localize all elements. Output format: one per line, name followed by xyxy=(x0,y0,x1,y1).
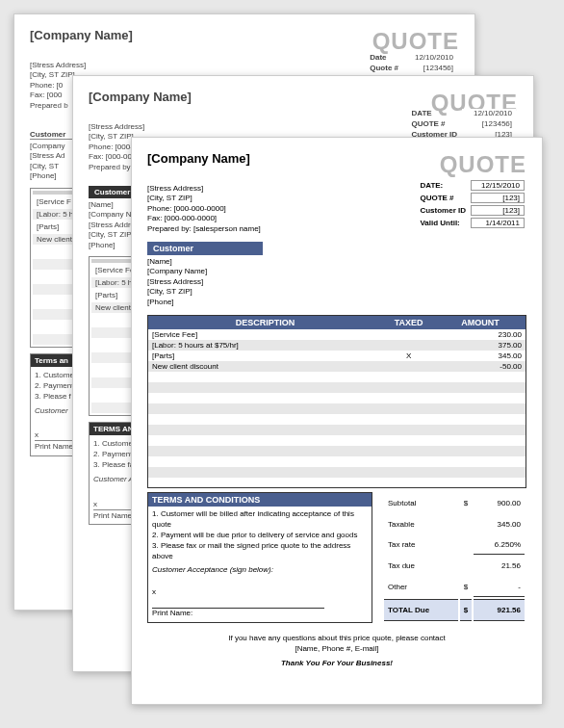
print-name-label: Print Name: xyxy=(152,609,368,619)
company-name: [Company Name] xyxy=(89,90,192,104)
signature-x: x xyxy=(152,587,368,598)
subtotal-label: Subtotal xyxy=(384,494,458,512)
other-label: Other xyxy=(384,577,458,597)
total-value: 921.56 xyxy=(474,599,525,621)
line-item-row: [Parts]X345.00 xyxy=(148,351,526,361)
taxdue-label: Tax due xyxy=(384,557,458,575)
customer-block: [Name] [Company Name] [Stress Address] [… xyxy=(147,257,526,307)
taxable-label: Taxable xyxy=(384,514,458,533)
customer-phone: [Phone] xyxy=(147,298,526,307)
term-2: 2. Payment will be due prior to delivery… xyxy=(152,531,368,541)
line-item-row: [Service Fee]230.00 xyxy=(148,329,526,340)
customer-bar: Customer xyxy=(147,242,263,255)
taxdue-value: 21.56 xyxy=(474,557,525,575)
footer: If you have any questions about this pri… xyxy=(147,633,526,669)
taxrate-label: Tax rate xyxy=(384,535,458,556)
terms-box: TERMS AND CONDITIONS 1. Customer will be… xyxy=(147,492,372,622)
meta-customerid-label: Customer ID xyxy=(417,205,469,216)
meta-quote-label: QUOTE # xyxy=(417,193,469,203)
term-3: 3. Please fax or mail the signed price q… xyxy=(152,541,368,562)
total-label: TOTAL Due xyxy=(384,599,458,621)
customer-name: [Name] xyxy=(147,257,526,267)
meta-date-label: DATE: xyxy=(417,180,469,191)
company-name: [Company Name] xyxy=(147,151,250,166)
meta-customerid-value: [123] xyxy=(471,205,525,216)
totals-table: Subtotal$900.00 Taxable345.00 Tax rate6.… xyxy=(382,492,526,622)
meta-date-value: 12/15/2010 xyxy=(471,180,525,191)
meta-valid-value: 1/14/2011 xyxy=(471,218,525,228)
customer-address: [Stress Address] xyxy=(147,277,526,287)
col-amount: AMOUNT xyxy=(435,315,526,329)
line-items-table: DESCRIPTION TAXED AMOUNT [Service Fee]23… xyxy=(147,315,526,489)
quote-title: QUOTE xyxy=(440,151,526,178)
meta-block: DATE12/10/2010 QUOTE #[123456] Customer … xyxy=(406,107,518,141)
meta-block: Date12/10/2010 Quote #[123456] xyxy=(365,51,459,74)
customer-company: [Company Name] xyxy=(147,267,526,276)
col-taxed: TAXED xyxy=(382,315,435,329)
line-item-row: [Labor: 5 hours at $75/hr]375.00 xyxy=(148,340,526,351)
quote-page-front: [Company Name] QUOTE DATE:12/15/2010 QUO… xyxy=(131,137,543,705)
taxable-value: 345.00 xyxy=(474,514,525,533)
meta-block: DATE:12/15/2010 QUOTE #[123] Customer ID… xyxy=(415,178,526,230)
terms-bar: TERMS AND CONDITIONS xyxy=(148,493,372,507)
footer-line-1: If you have any questions about this pri… xyxy=(147,633,526,643)
col-description: DESCRIPTION xyxy=(148,315,383,329)
term-1: 1. Customer will be billed after indicat… xyxy=(152,509,368,531)
acceptance-label: Customer Acceptance (sign below): xyxy=(152,565,368,576)
footer-line-2: [Name, Phone #, E-mail] xyxy=(147,643,526,654)
meta-valid-label: Valid Until: xyxy=(417,218,469,228)
footer-thanks: Thank You For Your Business! xyxy=(147,658,526,668)
customer-city: [City, ST ZIP] xyxy=(147,287,526,297)
line-item-row: New client discount-50.00 xyxy=(148,361,526,372)
company-name: [Company Name] xyxy=(30,28,133,42)
taxrate-value: 6.250% xyxy=(474,535,525,556)
subtotal-value: 900.00 xyxy=(474,494,525,512)
other-value: - xyxy=(474,577,525,597)
meta-quote-value: [123] xyxy=(471,193,525,203)
